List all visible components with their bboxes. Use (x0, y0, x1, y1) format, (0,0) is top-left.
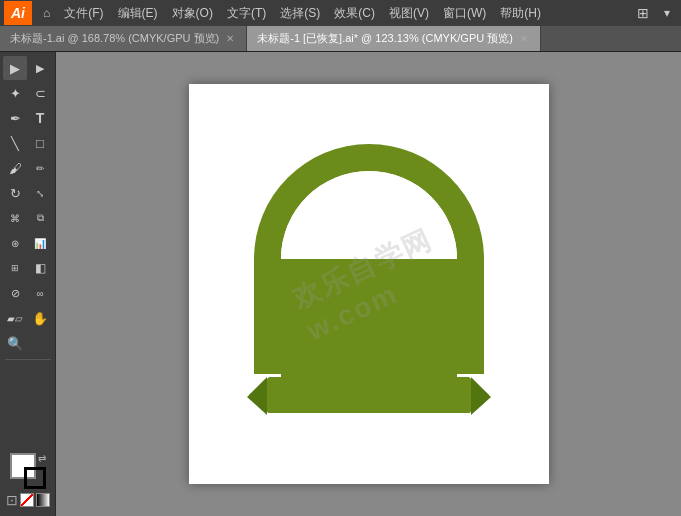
tool-paintbrush[interactable]: 🖌 (3, 156, 27, 180)
tool-pen[interactable]: ✒ (3, 106, 27, 130)
gradient-swatch[interactable] (36, 493, 50, 507)
default-colors-icon[interactable]: ⊡ (6, 492, 18, 508)
logo-graphic (229, 129, 509, 439)
tool-scale[interactable]: ⤡ (28, 181, 52, 205)
tool-line[interactable]: ╲ (3, 131, 27, 155)
menu-effect[interactable]: 效果(C) (327, 3, 382, 24)
workspace-icon[interactable]: ⊞ (633, 3, 653, 23)
tool-direct-select[interactable]: ▶ (28, 56, 52, 80)
tool-rect[interactable]: □ (28, 131, 52, 155)
tool-zoom[interactable]: 🔍 (3, 331, 27, 355)
tool-column-graph[interactable]: 📊 (28, 231, 52, 255)
tool-symbol[interactable]: ⊛ (3, 231, 27, 255)
stroke-swatch[interactable] (24, 467, 46, 489)
toolbar-separator-1 (5, 359, 51, 360)
main-area: ▶ ▶ ✦ ⊂ ✒ T ╲ □ 🖌 ✏ ↻ ⤡ ⌘ ⧉ (0, 52, 681, 516)
tool-rotate[interactable]: ↻ (3, 181, 27, 205)
swatch-container: ⇄ (10, 453, 46, 489)
menu-file[interactable]: 文件(F) (57, 3, 110, 24)
tool-hand[interactable]: ✋ (28, 306, 52, 330)
menu-bar: Ai ⌂ 文件(F) 编辑(E) 对象(O) 文字(T) 选择(S) 效果(C)… (0, 0, 681, 26)
tool-extra[interactable] (28, 331, 52, 355)
tool-blend[interactable]: ∞ (28, 281, 52, 305)
menu-window[interactable]: 窗口(W) (436, 3, 493, 24)
menu-help[interactable]: 帮助(H) (493, 3, 548, 24)
menu-item-home[interactable]: ⌂ (36, 4, 57, 22)
tool-warp[interactable]: ⌘ (3, 206, 27, 230)
svg-marker-10 (247, 379, 267, 415)
svg-marker-11 (471, 379, 491, 415)
tab-0[interactable]: 未标题-1.ai @ 168.78% (CMYK/GPU 预览) ✕ (0, 26, 247, 51)
toolbar: ▶ ▶ ✦ ⊂ ✒ T ╲ □ 🖌 ✏ ↻ ⤡ ⌘ ⧉ (0, 52, 56, 516)
artboard: 欢乐自学网w.com (189, 84, 549, 484)
menu-view[interactable]: 视图(V) (382, 3, 436, 24)
tool-bars[interactable]: ▰▱ (3, 306, 27, 330)
ai-logo: Ai (4, 1, 32, 25)
tab-1-close[interactable]: ✕ (518, 33, 530, 45)
tool-pencil[interactable]: ✏ (28, 156, 52, 180)
tool-select[interactable]: ▶ (3, 56, 27, 80)
color-row: ⊡ (6, 492, 50, 508)
menu-select[interactable]: 选择(S) (273, 3, 327, 24)
tab-0-label: 未标题-1.ai @ 168.78% (CMYK/GPU 预览) (10, 31, 219, 46)
tool-eyedropper[interactable]: ⊘ (3, 281, 27, 305)
svg-rect-12 (267, 379, 471, 413)
menu-object[interactable]: 对象(O) (165, 3, 220, 24)
swap-icon[interactable]: ⇄ (38, 453, 46, 464)
tool-mesh[interactable]: ⊞ (3, 256, 27, 280)
tab-1[interactable]: 未标题-1 [已恢复].ai* @ 123.13% (CMYK/GPU 预览) … (247, 26, 541, 51)
canvas-area[interactable]: 欢乐自学网w.com (56, 52, 681, 516)
menu-text[interactable]: 文字(T) (220, 3, 273, 24)
none-swatch[interactable] (20, 493, 34, 507)
color-area: ⇄ ⊡ (6, 449, 50, 512)
tab-bar: 未标题-1.ai @ 168.78% (CMYK/GPU 预览) ✕ 未标题-1… (0, 26, 681, 52)
tab-1-label: 未标题-1 [已恢复].ai* @ 123.13% (CMYK/GPU 预览) (257, 31, 513, 46)
menu-dropdown-arrow[interactable]: ▾ (657, 4, 677, 22)
tool-gradient[interactable]: ◧ (28, 256, 52, 280)
tab-0-close[interactable]: ✕ (224, 33, 236, 45)
tool-type[interactable]: T (28, 106, 52, 130)
tool-free-transform[interactable]: ⧉ (28, 206, 52, 230)
tool-lasso[interactable]: ⊂ (28, 81, 52, 105)
menu-right: ⊞ ▾ (633, 3, 677, 23)
tool-magic-wand[interactable]: ✦ (3, 81, 27, 105)
menu-edit[interactable]: 编辑(E) (111, 3, 165, 24)
